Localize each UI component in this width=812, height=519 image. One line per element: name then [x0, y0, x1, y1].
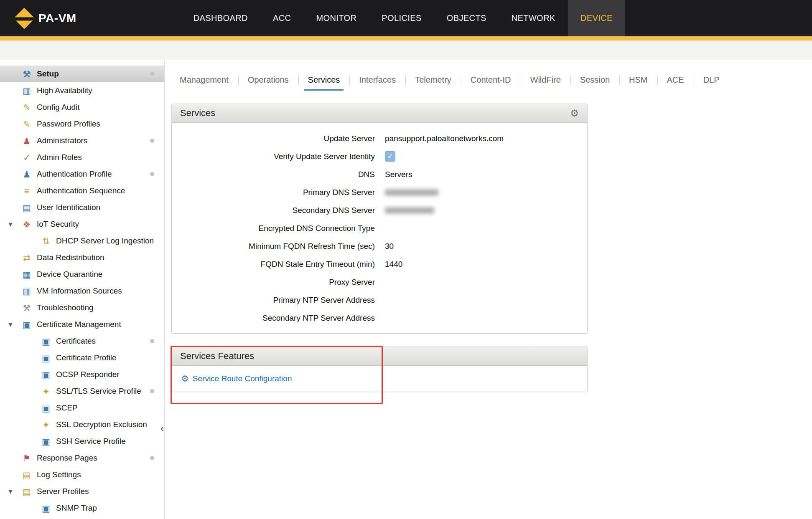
chevron-down-icon[interactable]: ▾: [5, 220, 16, 229]
field-label: Update Server: [172, 134, 375, 143]
tab-dlp[interactable]: DLP: [694, 69, 729, 91]
sidebar-item-certificates[interactable]: ▣ Certificates: [0, 333, 164, 349]
services-panel-header: Services ⚙: [172, 104, 587, 123]
sidebar-item-label: Certificates: [56, 337, 96, 346]
sidebar-item-authentication-sequence[interactable]: ≡ Authentication Sequence: [0, 182, 164, 199]
field-label: Primary DNS Server: [172, 188, 375, 197]
high-availability-icon: ▥: [21, 86, 33, 95]
sidebar-item-data-redistribution[interactable]: ⇄ Data Redistribution: [0, 249, 164, 266]
sidebar-item-label: IoT Security: [37, 220, 79, 229]
sidebar-item-administrators[interactable]: ♟ Administrators: [0, 132, 164, 149]
tab-hsm[interactable]: HSM: [619, 69, 657, 91]
device-sidebar: ⚒ Setup ▥ High Availability ✎ Config Aud…: [0, 60, 165, 519]
sidebar-item-label: User Identification: [37, 203, 100, 212]
sidebar-item-device-quarantine[interactable]: ▦ Device Quarantine: [0, 266, 164, 283]
user-identification-icon: ▤: [21, 203, 33, 212]
sidebar-item-troubleshooting[interactable]: ⚒ Troubleshooting: [0, 299, 164, 316]
nav-objects[interactable]: OBJECTS: [434, 0, 499, 36]
paloalto-logo-icon: [14, 8, 35, 29]
field-fqdn-stale-entry-timeout: FQDN Stale Entry Timeout (min) 1440: [172, 255, 587, 273]
tab-management[interactable]: Management: [170, 69, 238, 91]
sidebar-item-label: Response Pages: [37, 453, 97, 463]
vm-information-sources-icon: ▥: [21, 287, 33, 296]
sidebar-item-dhcp-server-log-ingestion[interactable]: ⇅ DHCP Server Log Ingestion: [0, 233, 164, 249]
nav-device[interactable]: DEVICE: [568, 0, 625, 36]
tab-content-id[interactable]: Content-ID: [461, 69, 521, 91]
gear-icon[interactable]: ⚙: [570, 108, 579, 119]
nav-policies[interactable]: POLICIES: [369, 0, 434, 36]
ssh-service-profile-icon: ▣: [40, 437, 52, 446]
sidebar-item-password-profiles[interactable]: ✎ Password Profiles: [0, 116, 164, 132]
nav-dashboard[interactable]: DASHBOARD: [181, 0, 260, 36]
certificate-profile-icon: ▣: [40, 354, 52, 362]
sidebar-item-vm-information-sources[interactable]: ▥ VM Information Sources: [0, 283, 164, 299]
response-pages-icon: ⚑: [21, 454, 33, 463]
field-primary-dns-server: Primary DNS Server: [172, 183, 587, 201]
sidebar-item-label: Password Profiles: [37, 119, 100, 129]
tab-telemetry[interactable]: Telemetry: [405, 69, 461, 91]
sidebar-item-ssh-service-profile[interactable]: ▣ SSH Service Profile: [0, 433, 164, 450]
field-update-server: Update Server pansupport.paloaltonetwork…: [172, 129, 587, 147]
sidebar-item-user-identification[interactable]: ▤ User Identification: [0, 199, 164, 216]
gold-accent-bar: [0, 36, 812, 41]
sidebar-item-certificate-profile[interactable]: ▣ Certificate Profile: [0, 349, 164, 366]
chevron-down-icon[interactable]: ▾: [5, 487, 16, 496]
device-content-tabs: Management Operations Services Interface…: [170, 69, 729, 91]
logo-text: PA-VM: [38, 12, 76, 25]
troubleshooting-icon: ⚒: [21, 304, 33, 312]
sidebar-item-log-settings[interactable]: ▤ Log Settings: [0, 466, 164, 483]
tab-services[interactable]: Services: [298, 69, 350, 91]
log-settings-icon: ▤: [21, 471, 33, 479]
nav-acc[interactable]: ACC: [260, 0, 303, 36]
tab-wildfire[interactable]: WildFire: [521, 69, 570, 91]
certificates-icon: ▣: [40, 337, 52, 346]
sidebar-item-label: Config Audit: [37, 103, 79, 112]
tab-operations[interactable]: Operations: [238, 69, 298, 91]
field-primary-ntp-server-address: Primary NTP Server Address: [172, 291, 587, 309]
field-value: 1440: [375, 260, 402, 269]
field-label: Proxy Server: [172, 278, 375, 287]
tab-ace[interactable]: ACE: [657, 69, 694, 91]
sidebar-item-label: OCSP Responder: [56, 370, 120, 379]
chevron-down-icon[interactable]: ▾: [5, 320, 16, 329]
sidebar-item-config-audit[interactable]: ✎ Config Audit: [0, 99, 164, 116]
sidebar-item-ocsp-responder[interactable]: ▣ OCSP Responder: [0, 366, 164, 383]
field-encrypted-dns-connection-type: Encrypted DNS Connection Type: [172, 219, 587, 237]
sidebar-item-label: SSH Service Profile: [56, 437, 126, 446]
sidebar-item-authentication-profile[interactable]: ♟ Authentication Profile: [0, 166, 164, 182]
sidebar-item-label: SSL/TLS Service Profile: [56, 387, 141, 396]
setup-icon: ⚒: [21, 70, 33, 78]
verify-identity-checkbox[interactable]: ✓: [385, 151, 395, 162]
services-panel-title: Services: [180, 108, 215, 119]
brand-logo: PA-VM: [0, 0, 76, 36]
sidebar-item-high-availability[interactable]: ▥ High Availability: [0, 82, 164, 99]
tab-session[interactable]: Session: [570, 69, 619, 91]
field-value: pansupport.paloaltonetworks.com: [375, 134, 504, 143]
sidebar-item-label: Log Settings: [37, 470, 81, 479]
sidebar-item-label: VM Information Sources: [37, 286, 122, 296]
sidebar-item-admin-roles[interactable]: ✓ Admin Roles: [0, 149, 164, 166]
service-route-icon: ⚙: [181, 374, 189, 384]
service-route-configuration-link[interactable]: Service Route Configuration: [193, 374, 292, 383]
sidebar-item-snmp-trap[interactable]: ▣ SNMP Trap: [0, 500, 164, 516]
sidebar-item-certificate-management[interactable]: ▾ ▣ Certificate Management: [0, 316, 164, 333]
sidebar-collapse-icon[interactable]: ‹: [160, 423, 164, 433]
field-verify-update-server-identity: Verify Update Server Identity ✓: [172, 147, 587, 165]
sidebar-item-label: Setup: [37, 69, 59, 78]
nav-network[interactable]: NETWORK: [499, 0, 568, 36]
service-route-configuration-row: ⚙ Service Route Configuration: [172, 366, 587, 392]
ssl-tls-service-profile-icon: ✦: [40, 387, 52, 396]
sidebar-item-iot-security[interactable]: ▾ ❖ IoT Security: [0, 216, 164, 233]
tab-interfaces[interactable]: Interfaces: [349, 69, 405, 91]
sidebar-item-ssl-decryption-exclusion[interactable]: ✦ SSL Decryption Exclusion: [0, 416, 164, 433]
nav-monitor[interactable]: MONITOR: [303, 0, 369, 36]
sidebar-item-setup[interactable]: ⚒ Setup: [0, 66, 164, 82]
services-fields: Update Server pansupport.paloaltonetwork…: [172, 123, 587, 327]
field-label: DNS: [172, 170, 375, 179]
sidebar-item-scep[interactable]: ▣ SCEP: [0, 400, 164, 416]
sidebar-tree: ⚒ Setup ▥ High Availability ✎ Config Aud…: [0, 60, 164, 516]
sidebar-item-server-profiles[interactable]: ▾ ▤ Server Profiles: [0, 483, 164, 500]
sidebar-item-ssl-tls-service-profile[interactable]: ✦ SSL/TLS Service Profile: [0, 383, 164, 400]
sidebar-item-response-pages[interactable]: ⚑ Response Pages: [0, 450, 164, 466]
administrators-icon: ♟: [21, 137, 33, 145]
